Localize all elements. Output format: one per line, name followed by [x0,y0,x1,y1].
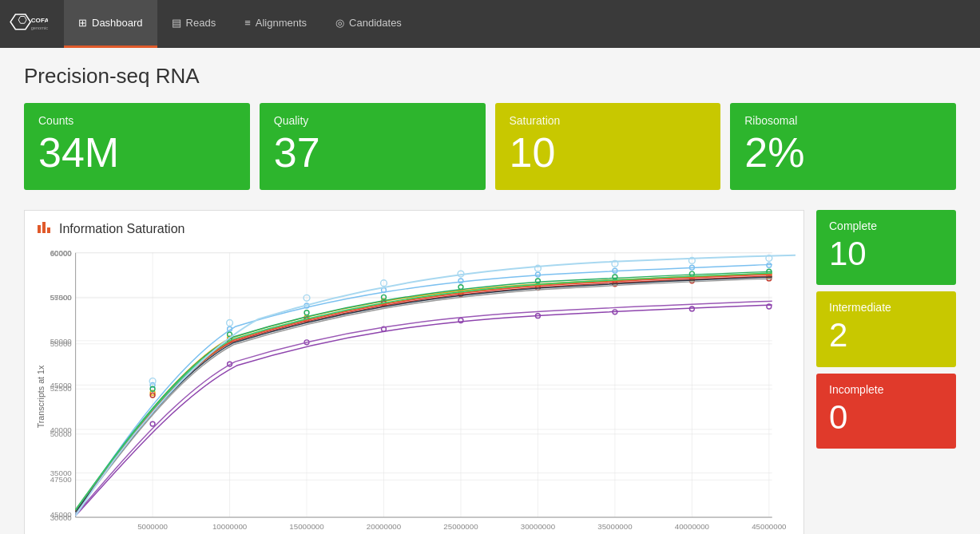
tab-candidates[interactable]: ◎ Candidates [321,0,416,48]
metric-cards: Counts 34M Quality 37 Saturation 10 Ribo… [24,103,956,190]
quality-value: 37 [274,130,471,176]
incomplete-value: 0 [829,399,943,436]
svg-text:40000: 40000 [50,425,73,434]
ribosomal-label: Ribosomal [744,114,942,127]
svg-text:10000000: 10000000 [212,522,248,531]
tab-reads-label: Reads [186,17,216,29]
incomplete-label: Incomplete [829,383,943,396]
side-card-incomplete: Incomplete 0 [816,374,956,449]
candidates-icon: ◎ [335,17,344,29]
reads-icon: ▤ [172,17,181,29]
side-card-complete: Complete 10 [816,210,956,285]
tab-dashboard-label: Dashboard [92,17,143,29]
main-content: Precision-seq RNA Counts 34M Quality 37 … [0,48,980,534]
svg-rect-5 [42,222,46,233]
chart-container: Information Saturation Transcripts at 1x… [24,210,804,534]
page-title: Precision-seq RNA [24,64,956,89]
tab-candidates-label: Candidates [349,17,402,29]
tab-dashboard[interactable]: ⊞ Dashboard [64,0,157,48]
ribosomal-value: 2% [744,130,942,176]
counts-label: Counts [38,114,236,127]
svg-text:35000000: 35000000 [597,522,633,531]
svg-text:genomics: genomics [31,25,48,30]
header: COFACTOR genomics ⊞ Dashboard ▤ Reads ≡ … [0,0,980,48]
side-cards: Complete 10 Intermediate 2 Incomplete 0 [816,210,956,449]
side-card-intermediate: Intermediate 2 [816,291,956,366]
svg-text:15000000: 15000000 [289,522,324,531]
metric-card-counts: Counts 34M [24,103,250,190]
quality-label: Quality [274,114,471,127]
svg-text:40000000: 40000000 [675,522,710,531]
saturation-label: Saturation [510,114,707,127]
nav-tabs: ⊞ Dashboard ▤ Reads ≡ Alignments ◎ Candi… [64,0,416,48]
svg-text:25000000: 25000000 [443,522,478,531]
svg-rect-4 [38,225,41,233]
svg-text:45000000: 45000000 [752,522,787,531]
metric-card-quality: Quality 37 [260,103,486,190]
complete-value: 10 [829,235,943,272]
chart-bar-icon [37,219,53,239]
tab-alignments[interactable]: ≡ Alignments [230,0,321,48]
chart-svg-wrapper: Transcripts at 1x 60000 57500 55000 [33,245,796,534]
metric-card-saturation: Saturation 10 [495,103,721,190]
svg-text:55000: 55000 [50,293,73,302]
svg-text:COFACTOR: COFACTOR [31,17,48,24]
svg-text:Transcripts at 1x: Transcripts at 1x [36,365,46,428]
svg-text:60000: 60000 [50,249,73,258]
svg-text:45000: 45000 [50,381,73,390]
dashboard-icon: ⊞ [78,17,87,29]
svg-text:35000: 35000 [50,469,73,478]
svg-text:30000: 30000 [50,513,73,522]
intermediate-label: Intermediate [829,301,943,314]
tab-alignments-label: Alignments [256,17,307,29]
logo: COFACTOR genomics [8,6,48,42]
alignments-icon: ≡ [244,17,251,29]
svg-text:5000000: 5000000 [137,522,168,531]
svg-text:20000000: 20000000 [367,522,402,531]
intermediate-value: 2 [829,317,943,354]
svg-text:50000: 50000 [50,337,73,346]
counts-value: 34M [38,130,236,176]
chart-title: Information Saturation [59,222,184,236]
saturation-value: 10 [510,130,707,176]
chart-header: Information Saturation [33,219,796,239]
tab-reads[interactable]: ▤ Reads [157,0,231,48]
chart-section: Information Saturation Transcripts at 1x… [24,210,956,534]
complete-label: Complete [829,220,943,232]
svg-text:30000000: 30000000 [521,522,556,531]
svg-rect-6 [47,227,50,233]
svg-marker-1 [18,16,26,23]
metric-card-ribosomal: Ribosomal 2% [730,103,956,190]
